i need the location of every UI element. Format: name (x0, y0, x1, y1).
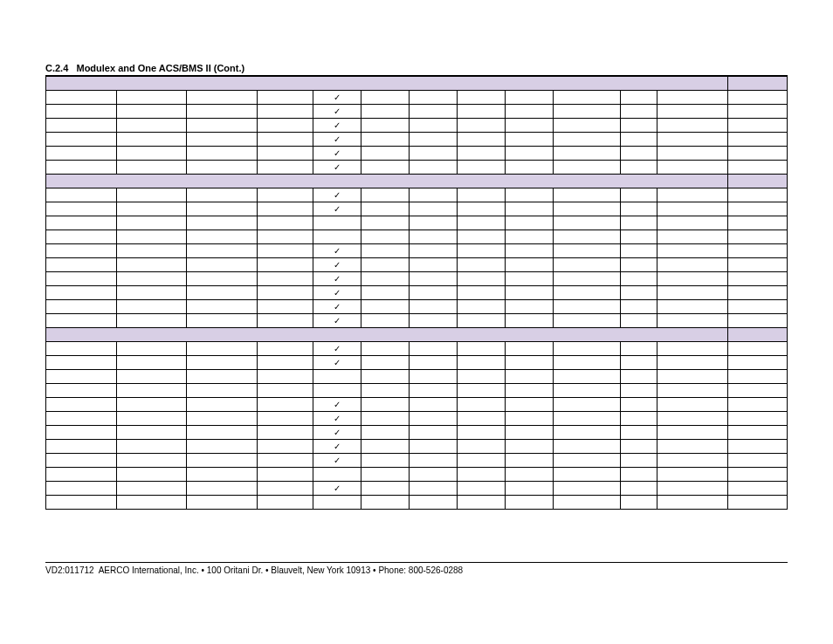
table-cell (657, 356, 728, 370)
table-cell (506, 384, 554, 398)
table-cell (727, 77, 787, 91)
table-cell (257, 188, 313, 202)
table-cell (458, 244, 506, 258)
table-cell (46, 468, 117, 482)
table-cell (409, 258, 457, 272)
table-cell: ✓ (313, 161, 361, 175)
table-cell (506, 133, 554, 147)
table-cell (46, 496, 117, 510)
table-cell (657, 440, 728, 454)
table-cell (361, 286, 409, 300)
table-cell (727, 286, 787, 300)
table-row (46, 216, 788, 230)
table-cell (409, 272, 457, 286)
table-cell (257, 412, 313, 426)
footer-phone: 800-526-0288 (409, 565, 463, 575)
table-cell (257, 496, 313, 510)
table-row (46, 328, 788, 342)
table-cell (727, 258, 787, 272)
table-cell (458, 412, 506, 426)
table-cell (409, 216, 457, 230)
table-cell (116, 314, 187, 328)
check-icon: ✓ (334, 428, 341, 437)
table-cell (657, 258, 728, 272)
table-cell (554, 133, 620, 147)
table-cell (257, 286, 313, 300)
table-cell (361, 356, 409, 370)
table-cell (458, 258, 506, 272)
table-cell (187, 468, 258, 482)
table-cell (257, 216, 313, 230)
section-heading: C.2.4 Modulex and One ACS/BMS II (Cont.) (45, 61, 788, 75)
table-cell (187, 202, 258, 216)
table-cell (409, 370, 457, 384)
table-cell (46, 202, 117, 216)
table-cell (727, 370, 787, 384)
table-cell (620, 384, 657, 398)
table-cell (257, 119, 313, 133)
table-cell (458, 161, 506, 175)
check-icon: ✓ (334, 288, 341, 298)
table-cell (46, 384, 117, 398)
table-cell (257, 272, 313, 286)
section-title-text: Modulex and One ACS/BMS II (Cont.) (76, 63, 244, 73)
table-cell (727, 398, 787, 412)
table-cell (727, 300, 787, 314)
table-cell (257, 202, 313, 216)
table-cell: ✓ (313, 202, 361, 216)
table-cell: ✓ (313, 272, 361, 286)
table-cell (361, 258, 409, 272)
table-cell (458, 91, 506, 105)
table-cell (46, 356, 117, 370)
table-cell (361, 147, 409, 161)
table-cell (361, 272, 409, 286)
table-cell: ✓ (313, 482, 361, 496)
table-row (46, 384, 788, 398)
table-cell (554, 230, 620, 244)
table-cell (257, 133, 313, 147)
table-row: ✓ (46, 426, 788, 440)
table-cell (657, 412, 728, 426)
table-cell (257, 105, 313, 119)
table-cell (554, 314, 620, 328)
table-cell (554, 426, 620, 440)
table-cell (187, 161, 258, 175)
table-cell (554, 370, 620, 384)
check-icon: ✓ (334, 316, 341, 325)
check-icon: ✓ (334, 148, 341, 158)
table-cell (361, 216, 409, 230)
table-cell (313, 216, 361, 230)
table-cell (657, 119, 728, 133)
table-cell (409, 342, 457, 356)
table-cell (409, 202, 457, 216)
table-cell (506, 496, 554, 510)
table-cell (657, 468, 728, 482)
table-cell (620, 161, 657, 175)
table-cell (458, 370, 506, 384)
check-icon: ✓ (334, 92, 341, 102)
table-cell (361, 482, 409, 496)
table-cell (506, 230, 554, 244)
table-cell (409, 454, 457, 468)
table-cell (458, 105, 506, 119)
table-cell (506, 300, 554, 314)
check-icon: ✓ (334, 274, 341, 284)
table-cell (187, 426, 258, 440)
table-cell (554, 384, 620, 398)
table-cell (620, 300, 657, 314)
table-cell (458, 482, 506, 496)
table-cell (187, 300, 258, 314)
check-icon: ✓ (334, 134, 341, 144)
table-cell (657, 91, 728, 105)
table-cell (554, 342, 620, 356)
table-cell (187, 398, 258, 412)
table-cell (554, 119, 620, 133)
table-cell (116, 202, 187, 216)
table-cell (506, 454, 554, 468)
table-cell (657, 314, 728, 328)
table-cell (727, 314, 787, 328)
table-cell (506, 482, 554, 496)
table-cell (361, 496, 409, 510)
table-cell (554, 147, 620, 161)
table-cell (657, 202, 728, 216)
